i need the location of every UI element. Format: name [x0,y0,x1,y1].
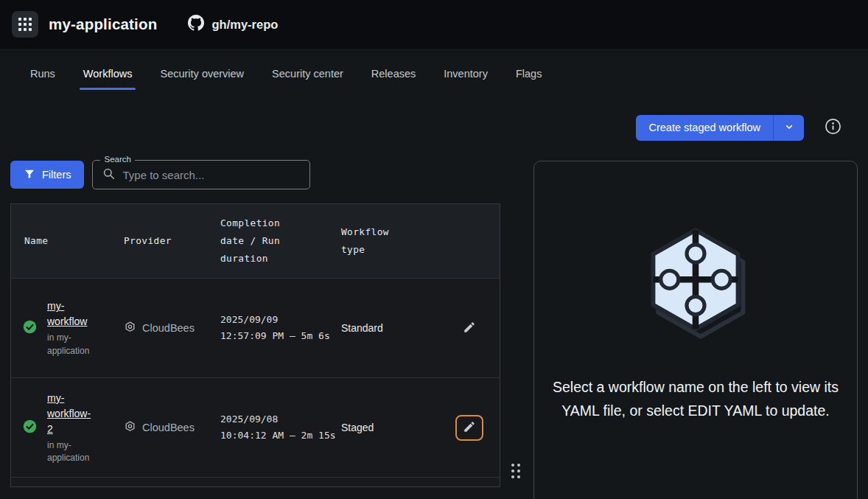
action-bar: Create staged workflow [0,98,868,157]
column-header-completion: Completion date / Run duration [220,214,285,268]
apps-menu-button[interactable] [12,11,38,38]
apps-grid-icon [18,18,32,32]
provider-cell: CloudBees [124,420,220,435]
provider-label: CloudBees [142,422,195,433]
tab-workflows[interactable]: Workflows [72,57,144,90]
provider-cell: CloudBees [124,321,220,335]
create-staged-workflow-button[interactable]: Create staged workflow [636,115,773,141]
github-icon [188,15,204,34]
name-stack: my-workflow in my-application [47,299,96,357]
detail-panel-message: Select a workflow name on the left to vi… [535,375,856,422]
workflow-name-link[interactable]: my-workflow-2 [47,391,96,437]
yaml-detail-panel: Select a workflow name on the left to vi… [533,161,858,499]
list-toolbar: Filters Search [10,160,500,189]
provider-label: CloudBees [142,322,195,334]
top-bar: my-application gh/my-repo [0,0,868,49]
filters-button-label: Filters [42,169,71,181]
edit-workflow-button[interactable] [458,316,480,341]
puzzle-illustration [632,217,759,347]
panel-resize-grip[interactable] [510,462,522,480]
completion-cell: 2025/09/09 12:57:09 PM – 5m 6s [220,312,341,344]
chevron-down-icon [783,121,795,135]
workflow-type-cell: Standard [341,322,438,334]
search-field: Search [92,160,310,189]
pencil-icon [463,321,476,336]
edit-cell [438,415,500,441]
name-cell: my-workflow in my-application [11,299,124,357]
cloudbees-icon [124,321,136,335]
name-stack: my-workflow-2 in my-application [47,391,96,465]
workflow-scope: in my-application [47,332,93,357]
tab-releases[interactable]: Releases [360,57,427,90]
workflows-table: Name Provider Completion date / Run dura… [10,203,500,487]
tab-inventory[interactable]: Inventory [433,57,499,90]
workflow-name-link[interactable]: my-workflow [47,299,96,329]
table-next-row-partial [11,477,500,486]
tab-security-overview[interactable]: Security overview [149,57,255,90]
run-time: 10:04:12 AM – 2m 15s [220,428,341,444]
edit-cell [438,316,500,341]
completion-date: 2025/09/08 [220,411,341,428]
success-status-icon [22,419,38,437]
search-field-label: Search [100,155,134,164]
repo-link[interactable]: gh/my-repo [188,15,278,34]
completion-cell: 2025/09/08 10:04:12 AM – 2m 15s [220,411,341,444]
workflow-type-cell: Staged [341,422,438,433]
search-icon [102,167,116,184]
info-button[interactable] [825,118,841,137]
create-workflow-dropdown-button[interactable] [773,115,804,141]
repo-label: gh/my-repo [211,18,278,32]
info-icon [825,118,841,137]
column-header-name: Name [11,232,124,250]
tab-flags[interactable]: Flags [505,57,553,90]
search-input[interactable] [122,169,301,181]
workflow-scope: in my-application [47,439,93,465]
filter-icon [24,168,35,182]
table-header-row: Name Provider Completion date / Run dura… [11,204,500,278]
filters-button[interactable]: Filters [10,161,84,189]
table-row: my-workflow-2 in my-application CloudBee… [11,377,500,477]
cloudbees-icon [124,420,136,435]
pencil-icon [463,420,476,436]
name-cell: my-workflow-2 in my-application [11,391,124,465]
workflow-list-panel: Filters Search Name Provider Completion … [10,160,500,487]
success-status-icon [22,319,38,338]
tab-security-center[interactable]: Security center [261,57,354,90]
tab-bar: Runs Workflows Security overview Securit… [0,49,868,98]
app-title: my-application [49,15,157,33]
main-content: Filters Search Name Provider Completion … [0,157,868,499]
column-header-workflow-type: Workflow type [341,223,396,259]
tab-runs[interactable]: Runs [19,57,66,90]
table-row: my-workflow in my-application CloudBees … [11,278,500,377]
run-time: 12:57:09 PM – 5m 6s [220,328,341,344]
create-staged-workflow-split-button: Create staged workflow [636,115,804,141]
edit-workflow-button-focused[interactable] [455,415,483,441]
column-header-provider: Provider [124,232,220,250]
completion-date: 2025/09/09 [220,312,341,328]
